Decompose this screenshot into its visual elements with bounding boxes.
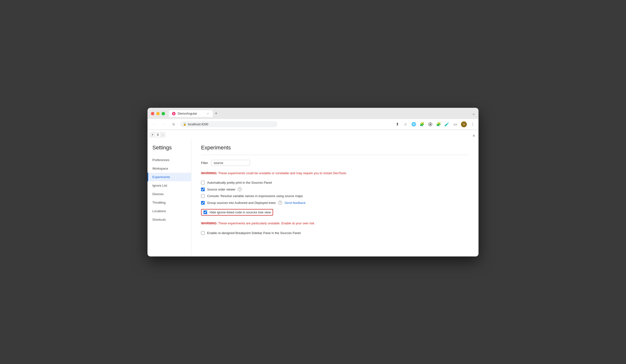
sidebar-item-preferences-label: Preferences: [152, 158, 169, 162]
checkbox-source-order-viewer-label: Source order viewer: [207, 188, 235, 191]
help-icon-group-sources[interactable]: ?: [278, 201, 282, 205]
devtools-counter: + 0 -: [150, 132, 165, 137]
panel-close-button[interactable]: ×: [472, 133, 475, 139]
settings-panel: Settings Preferences Workspace Experimen…: [148, 130, 478, 256]
settings-main: Experiments Filter WARNING: These experi…: [191, 140, 478, 256]
reload-icon: ↻: [172, 122, 175, 126]
counter-value: 0: [155, 132, 161, 137]
extension-icon[interactable]: 🧩: [420, 122, 425, 127]
forward-icon: →: [162, 122, 166, 126]
translate-icon[interactable]: 🌐: [411, 122, 416, 127]
experiment-item-6: Enable re-designed Breakpoint Sidebar Pa…: [201, 230, 469, 236]
counter-increment-button[interactable]: +: [150, 132, 155, 137]
flask-icon[interactable]: 🧪: [444, 122, 449, 127]
filter-row: Filter: [201, 160, 469, 166]
checkbox-pretty-print[interactable]: [201, 181, 205, 184]
sidebar-item-devices[interactable]: Devices: [148, 190, 191, 198]
new-tab-button[interactable]: +: [213, 110, 220, 117]
tab-bar: A DemoAngular × +: [169, 110, 472, 117]
extensions-puzzle-icon[interactable]: 🧩: [436, 122, 441, 127]
back-icon: ←: [153, 122, 156, 126]
checkbox-console-resolve-label: Console: Resolve variable names in expre…: [207, 194, 303, 198]
checkbox-pretty-print-label: Automatically pretty print in the Source…: [207, 181, 272, 184]
address-bar: ← → ↻ 🔒 localhost:4200 ⬆ ☆ 🌐 🧩 🧩 🧪 ▭ U ⋮: [148, 119, 478, 130]
traffic-light-yellow[interactable]: [156, 112, 160, 115]
traffic-lights: [151, 112, 165, 115]
toolbar-right: ⬆ ☆ 🌐 🧩 🧩 🧪 ▭ U ⋮: [395, 121, 475, 127]
highlighted-item: Hide ignore-listed code in sources tree …: [201, 209, 273, 216]
share-icon[interactable]: ⬆: [395, 122, 400, 127]
checkbox-group-sources[interactable]: [201, 201, 205, 205]
title-bar: A DemoAngular × + ⌄: [148, 108, 478, 119]
tab-favicon: A: [172, 112, 176, 115]
experiment-item-5: Hide ignore-listed code in sources tree …: [201, 208, 469, 217]
checkbox-breakpoint-pane[interactable]: [201, 231, 205, 235]
menu-icon[interactable]: ⋮: [470, 122, 475, 127]
back-button[interactable]: ←: [151, 121, 158, 128]
checkbox-console-resolve[interactable]: [201, 194, 205, 198]
checkbox-breakpoint-pane-label: Enable re-designed Breakpoint Sidebar Pa…: [207, 231, 301, 235]
sidebar-item-locations[interactable]: Locations: [148, 207, 191, 215]
filter-input[interactable]: [211, 160, 250, 166]
title-bar-top: A DemoAngular × + ⌄: [151, 110, 475, 117]
help-icon-source-order[interactable]: ?: [238, 187, 242, 191]
window-chevron-icon[interactable]: ⌄: [472, 111, 475, 116]
sidebar-icon[interactable]: ▭: [453, 122, 458, 127]
counter-decrement-button[interactable]: -: [161, 132, 165, 137]
experiment-item-4: Group sources into Authored and Deployed…: [201, 199, 469, 206]
sidebar-item-devices-label: Devices: [152, 192, 163, 196]
tab-close-button[interactable]: ×: [206, 112, 210, 115]
address-input[interactable]: 🔒 localhost:4200: [180, 121, 277, 127]
tab-title: DemoAngular: [178, 112, 197, 115]
settings-title: Settings: [148, 145, 191, 156]
settings-sidebar: Settings Preferences Workspace Experimen…: [148, 140, 191, 256]
experiments-title: Experiments: [201, 145, 469, 151]
warning-message-2: These experiments are particularly unsta…: [217, 221, 315, 225]
warning-text-1: WARNING: These experiments could be unst…: [201, 171, 469, 176]
sidebar-item-experiments-label: Experiments: [152, 175, 170, 179]
sidebar-item-workspace[interactable]: Workspace: [148, 164, 191, 173]
sidebar-item-ignore-list[interactable]: Ignore List: [148, 181, 191, 190]
warning-label-1: WARNING:: [201, 171, 217, 175]
sidebar-item-workspace-label: Workspace: [152, 167, 168, 170]
lock-icon: 🔒: [183, 123, 187, 126]
send-feedback-link[interactable]: Send feedback: [284, 201, 306, 205]
experiment-item-3: Console: Resolve variable names in expre…: [201, 193, 469, 199]
experiment-item-2: Source order viewer ?: [201, 186, 469, 193]
warning-label-2: WARNING:: [201, 221, 217, 225]
browser-tab-active[interactable]: A DemoAngular ×: [169, 110, 213, 117]
separator: [201, 155, 469, 155]
svg-text:A: A: [173, 112, 175, 115]
traffic-light-green[interactable]: [162, 112, 165, 115]
bookmark-icon[interactable]: ☆: [403, 122, 408, 127]
warning-text-2: WARNING: These experiments are particula…: [201, 221, 469, 226]
devtools-icon[interactable]: [428, 122, 433, 127]
avatar[interactable]: U: [461, 121, 467, 127]
page-content: + 0 - × Settings Preferences Workspace E…: [148, 130, 478, 256]
traffic-light-red[interactable]: [151, 112, 154, 115]
warning-message-1: These experiments could be unstable or u…: [217, 171, 347, 175]
filter-label: Filter: [201, 161, 208, 165]
checkbox-group-sources-label: Group sources into Authored and Deployed…: [207, 201, 276, 205]
sidebar-item-throttling-label: Throttling: [152, 201, 165, 204]
forward-button[interactable]: →: [161, 121, 167, 128]
sidebar-item-experiments[interactable]: Experiments: [148, 173, 191, 181]
sidebar-item-throttling[interactable]: Throttling: [148, 198, 191, 207]
sidebar-item-locations-label: Locations: [152, 209, 166, 213]
checkbox-hide-ignore-listed-label: Hide ignore-listed code in sources tree …: [210, 211, 271, 214]
sidebar-item-preferences[interactable]: Preferences: [148, 156, 191, 164]
address-text: localhost:4200: [188, 122, 208, 126]
title-bar-right: ⌄: [472, 111, 475, 116]
checkbox-source-order-viewer[interactable]: [201, 188, 205, 191]
checkbox-hide-ignore-listed[interactable]: [203, 211, 207, 214]
sidebar-item-shortcuts-label: Shortcuts: [152, 218, 166, 221]
sidebar-item-ignore-list-label: Ignore List: [152, 184, 167, 187]
svg-point-3: [430, 124, 431, 125]
reload-button[interactable]: ↻: [170, 121, 177, 128]
sidebar-item-shortcuts[interactable]: Shortcuts: [148, 215, 191, 224]
browser-window: A DemoAngular × + ⌄ ← → ↻ 🔒 localhost:42…: [148, 108, 478, 256]
experiment-item-1: Automatically pretty print in the Source…: [201, 179, 469, 186]
